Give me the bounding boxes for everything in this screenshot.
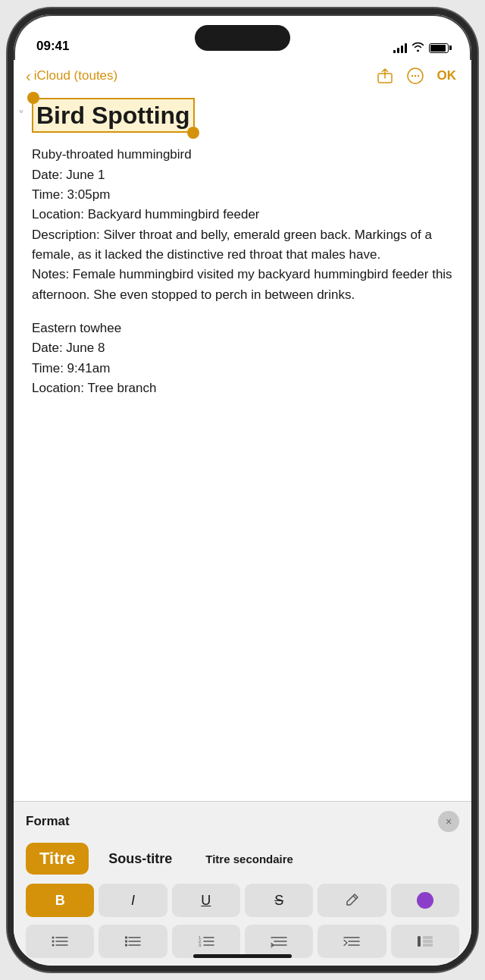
svg-rect-32 (423, 944, 433, 947)
note-body: Ruby-throated hummingbird Date: June 1 T… (32, 145, 453, 398)
format-panel: Format × Titre Sous-titre Titre secondai… (14, 801, 471, 966)
battery-icon (429, 43, 449, 53)
home-indicator (193, 954, 292, 958)
color-circle (417, 892, 433, 909)
svg-point-2 (411, 75, 412, 77)
signal-icon (393, 42, 407, 53)
species-1: Ruby-throated hummingbird (32, 145, 453, 165)
numbered-list-icon: 1. 2. 3. (198, 934, 214, 948)
selection-handle-bottom (187, 127, 199, 139)
bold-label: B (55, 893, 65, 909)
more-button[interactable] (407, 68, 424, 84)
formatting-row: B I U S (26, 884, 459, 917)
format-panel-title: Format (26, 814, 70, 829)
color-button[interactable] (391, 884, 459, 917)
note-content: ˅ Bird Spotting Ruby-throated hummingbir… (14, 92, 471, 801)
selection-handle-top (27, 92, 39, 104)
nav-actions: OK (377, 68, 457, 84)
location-1: Location: Backyard hummingbird feeder (32, 205, 453, 225)
dash-list-icon (124, 934, 141, 948)
numbered-list-button[interactable]: 1. 2. 3. (172, 925, 240, 958)
time-2: Time: 9:41am (32, 359, 453, 378)
svg-point-4 (417, 75, 418, 77)
italic-button[interactable]: I (99, 884, 167, 917)
status-icons (393, 42, 449, 54)
note-chevron-icon: ˅ (18, 108, 24, 123)
description-1: Description: Silver throat and belly, em… (32, 225, 453, 265)
strikethrough-label: S (274, 893, 283, 909)
svg-rect-11 (125, 937, 127, 939)
note-title-wrapper: Bird Spotting (32, 98, 195, 133)
underline-label: U (201, 893, 211, 909)
location-2: Location: Tree branch (32, 378, 453, 398)
date-2: Date: June 8 (32, 338, 453, 358)
svg-rect-31 (423, 940, 433, 943)
svg-text:3.: 3. (199, 943, 202, 947)
wifi-icon (411, 42, 424, 54)
pen-button[interactable] (318, 884, 386, 917)
back-label: iCloud (toutes) (34, 68, 118, 83)
align-icon (271, 934, 287, 948)
date-1: Date: June 1 (32, 165, 453, 185)
note-title-container: ˅ Bird Spotting (32, 98, 453, 133)
close-icon: × (446, 815, 452, 828)
sous-titre-style-button[interactable]: Sous-titre (95, 845, 186, 873)
block-quote-icon (417, 934, 433, 948)
underline-button[interactable]: U (172, 884, 240, 917)
species-2: Eastern towhee (32, 319, 453, 338)
back-chevron-icon: ‹ (26, 68, 31, 83)
svg-point-5 (52, 937, 55, 939)
svg-point-3 (414, 75, 415, 77)
back-button[interactable]: ‹ iCloud (toutes) (26, 68, 377, 83)
bullet-list-icon (52, 934, 68, 948)
titre-secondaire-style-button[interactable]: Titre secondaire (192, 847, 307, 872)
svg-point-7 (52, 944, 55, 947)
format-panel-header: Format × (26, 811, 459, 832)
dash-list-button[interactable] (99, 925, 167, 958)
notes-1: Notes: Female hummingbird visited my bac… (32, 265, 453, 305)
nav-bar: ‹ iCloud (toutes) (14, 60, 471, 92)
phone-frame: 09:41 ‹ (8, 8, 477, 972)
note-title[interactable]: Bird Spotting (32, 98, 195, 133)
share-button[interactable] (377, 68, 393, 84)
align-button[interactable] (245, 925, 313, 958)
strikethrough-button[interactable]: S (245, 884, 313, 917)
indent-icon (343, 934, 360, 948)
pen-icon (344, 893, 359, 908)
content-area: ‹ iCloud (toutes) (14, 60, 471, 966)
svg-rect-12 (125, 941, 127, 943)
bold-button[interactable]: B (26, 884, 94, 917)
svg-point-6 (52, 941, 55, 943)
list-row: 1. 2. 3. (26, 925, 459, 958)
format-close-button[interactable]: × (438, 811, 459, 832)
block-quote-button[interactable] (391, 925, 459, 958)
italic-label: I (131, 893, 135, 909)
text-style-row: Titre Sous-titre Titre secondaire (26, 843, 459, 875)
indent-button[interactable] (318, 925, 386, 958)
bullet-list-button[interactable] (26, 925, 94, 958)
time-1: Time: 3:05pm (32, 185, 453, 205)
svg-rect-29 (418, 936, 421, 947)
dynamic-island (195, 25, 290, 51)
titre-style-button[interactable]: Titre (26, 843, 89, 875)
svg-rect-13 (125, 944, 127, 947)
svg-rect-30 (423, 936, 433, 939)
ok-button[interactable]: OK (437, 68, 457, 83)
